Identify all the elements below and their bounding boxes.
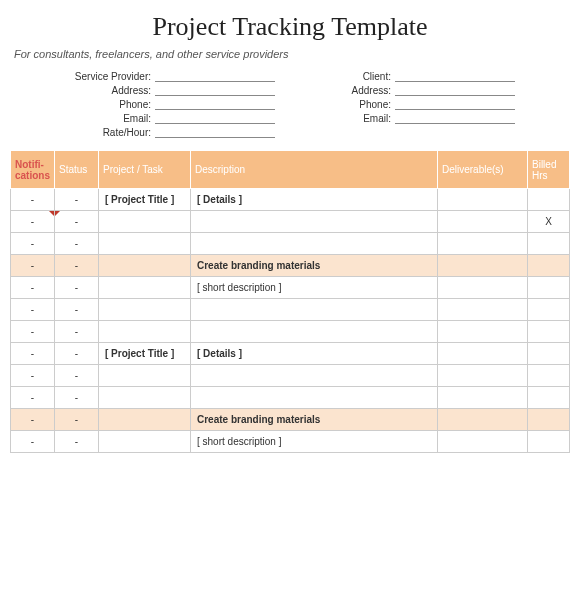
cell-status[interactable]: - [55, 277, 99, 299]
cell-project[interactable] [99, 277, 191, 299]
cell-project[interactable] [99, 233, 191, 255]
cell-billed-hrs[interactable] [528, 409, 570, 431]
col-description: Description [191, 151, 438, 189]
cell-description[interactable] [191, 387, 438, 409]
cell-billed-hrs[interactable] [528, 255, 570, 277]
provider-input-line[interactable] [155, 98, 275, 110]
cell-notification[interactable]: - [11, 233, 55, 255]
cell-deliverable[interactable] [438, 277, 528, 299]
cell-billed-hrs[interactable] [528, 431, 570, 453]
cell-description[interactable]: [ short description ] [191, 277, 438, 299]
col-deliverables: Deliverable(s) [438, 151, 528, 189]
client-input-line[interactable] [395, 70, 515, 82]
table-row: -- [11, 233, 570, 255]
provider-label: Address: [65, 85, 155, 96]
table-row: -- [11, 321, 570, 343]
cell-deliverable[interactable] [438, 365, 528, 387]
cell-status[interactable]: - [55, 255, 99, 277]
cell-description[interactable]: Create branding materials [191, 255, 438, 277]
cell-description[interactable] [191, 211, 438, 233]
cell-project[interactable] [99, 321, 191, 343]
cell-status[interactable]: - [55, 343, 99, 365]
cell-billed-hrs[interactable] [528, 233, 570, 255]
cell-notification[interactable]: - [11, 255, 55, 277]
table-row: --[ short description ] [11, 431, 570, 453]
client-row: Phone: [305, 98, 515, 110]
cell-project[interactable] [99, 255, 191, 277]
provider-input-line[interactable] [155, 84, 275, 96]
client-input-line[interactable] [395, 84, 515, 96]
cell-status[interactable]: - [55, 409, 99, 431]
provider-input-line[interactable] [155, 126, 275, 138]
cell-description[interactable]: Create branding materials [191, 409, 438, 431]
cell-description[interactable]: [ short description ] [191, 431, 438, 453]
cell-project[interactable] [99, 409, 191, 431]
cell-notification[interactable]: - [11, 189, 55, 211]
cell-status[interactable]: - [55, 211, 99, 233]
cell-project[interactable] [99, 211, 191, 233]
cell-deliverable[interactable] [438, 387, 528, 409]
cell-description[interactable] [191, 365, 438, 387]
cell-status[interactable]: - [55, 365, 99, 387]
cell-billed-hrs[interactable]: X [528, 211, 570, 233]
cell-deliverable[interactable] [438, 321, 528, 343]
cell-notification[interactable]: - [11, 387, 55, 409]
cell-notification[interactable]: - [11, 409, 55, 431]
cell-notification[interactable]: - [11, 365, 55, 387]
cell-project[interactable] [99, 365, 191, 387]
cell-deliverable[interactable] [438, 189, 528, 211]
cell-status[interactable]: - [55, 299, 99, 321]
cell-notification[interactable]: - [11, 321, 55, 343]
cell-billed-hrs[interactable] [528, 189, 570, 211]
cell-billed-hrs[interactable] [528, 365, 570, 387]
cell-notification[interactable]: - [11, 431, 55, 453]
cell-notification[interactable]: - [11, 211, 55, 233]
cell-project[interactable] [99, 431, 191, 453]
client-row: Address: [305, 84, 515, 96]
cell-deliverable[interactable] [438, 299, 528, 321]
cell-description[interactable] [191, 299, 438, 321]
cell-status[interactable]: - [55, 321, 99, 343]
cell-description[interactable] [191, 321, 438, 343]
col-project: Project / Task [99, 151, 191, 189]
client-row: Email: [305, 112, 515, 124]
cell-notification[interactable]: - [11, 343, 55, 365]
provider-input-line[interactable] [155, 112, 275, 124]
cell-description[interactable] [191, 233, 438, 255]
cell-status[interactable]: - [55, 189, 99, 211]
cell-deliverable[interactable] [438, 409, 528, 431]
cell-billed-hrs[interactable] [528, 387, 570, 409]
cell-project[interactable]: [ Project Title ] [99, 189, 191, 211]
cell-deliverable[interactable] [438, 255, 528, 277]
client-input-line[interactable] [395, 112, 515, 124]
cell-status[interactable]: - [55, 387, 99, 409]
provider-label: Email: [65, 113, 155, 124]
cell-billed-hrs[interactable] [528, 321, 570, 343]
cell-billed-hrs[interactable] [528, 299, 570, 321]
page-subtitle: For consultants, freelancers, and other … [10, 48, 570, 60]
provider-column: Service Provider:Address:Phone:Email:Rat… [65, 70, 275, 138]
cell-deliverable[interactable] [438, 233, 528, 255]
provider-row: Service Provider: [65, 70, 275, 82]
cell-deliverable[interactable] [438, 211, 528, 233]
cell-status[interactable]: - [55, 233, 99, 255]
cell-project[interactable]: [ Project Title ] [99, 343, 191, 365]
client-input-line[interactable] [395, 98, 515, 110]
cell-billed-hrs[interactable] [528, 343, 570, 365]
cell-billed-hrs[interactable] [528, 277, 570, 299]
provider-input-line[interactable] [155, 70, 275, 82]
cell-notification[interactable]: - [11, 299, 55, 321]
table-row: --[ Project Title ][ Details ] [11, 189, 570, 211]
cell-project[interactable] [99, 387, 191, 409]
cell-project[interactable] [99, 299, 191, 321]
cell-deliverable[interactable] [438, 343, 528, 365]
table-row: -- [11, 387, 570, 409]
table-body: --[ Project Title ][ Details ]--X----Cre… [11, 189, 570, 453]
table-row: --Create branding materials [11, 409, 570, 431]
cell-description[interactable]: [ Details ] [191, 189, 438, 211]
cell-notification[interactable]: - [11, 277, 55, 299]
client-column: Client:Address:Phone:Email: [305, 70, 515, 138]
cell-status[interactable]: - [55, 431, 99, 453]
cell-deliverable[interactable] [438, 431, 528, 453]
cell-description[interactable]: [ Details ] [191, 343, 438, 365]
